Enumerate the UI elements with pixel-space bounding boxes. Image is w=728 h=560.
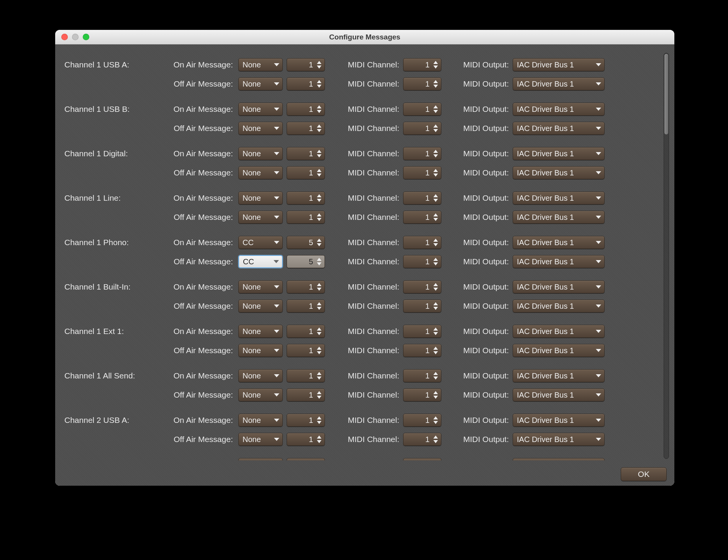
message-type-select[interactable]: None — [238, 103, 283, 116]
stepper-arrows[interactable] — [315, 167, 323, 178]
stepper-arrows[interactable] — [432, 79, 439, 89]
message-number-stepper[interactable]: 1 — [287, 147, 325, 160]
message-number-stepper[interactable]: 1 — [287, 344, 325, 357]
stepper-arrows[interactable] — [432, 104, 439, 115]
message-number-stepper[interactable]: 1 — [287, 166, 325, 179]
midi-output-select[interactable]: IAC Driver Bus 1 — [513, 192, 605, 205]
message-type-select[interactable]: None — [238, 166, 283, 179]
midi-output-select[interactable]: IAC Driver Bus 1 — [513, 103, 605, 116]
stepper-arrows[interactable] — [315, 59, 323, 70]
message-type-select[interactable]: None — [238, 77, 283, 90]
message-type-select[interactable]: None — [238, 122, 283, 135]
message-type-select[interactable]: CC — [238, 236, 283, 249]
stepper-arrows[interactable] — [432, 193, 439, 203]
midi-output-select[interactable]: IAC Driver Bus 1 — [513, 458, 605, 460]
midi-output-select[interactable]: IAC Driver Bus 1 — [513, 122, 605, 135]
stepper-arrows[interactable] — [315, 79, 323, 89]
scroll-area[interactable]: Channel 1 USB A: On Air Message: None 1 … — [62, 51, 656, 460]
message-number-stepper[interactable]: 1 — [287, 414, 325, 427]
message-type-select[interactable]: None — [238, 147, 283, 160]
stepper-arrows[interactable] — [315, 104, 323, 115]
midi-channel-stepper[interactable]: 1 — [403, 458, 441, 460]
message-type-select[interactable]: None — [238, 414, 283, 427]
message-number-stepper[interactable]: 5 — [287, 255, 325, 268]
message-type-select[interactable]: None — [238, 280, 283, 293]
midi-channel-stepper[interactable]: 1 — [403, 58, 441, 71]
stepper-arrows[interactable] — [432, 434, 439, 445]
close-icon[interactable] — [61, 34, 68, 40]
stepper-arrows[interactable] — [432, 326, 439, 337]
message-type-select[interactable]: None — [238, 369, 283, 382]
message-type-select[interactable]: None — [238, 192, 283, 205]
midi-output-select[interactable]: IAC Driver Bus 1 — [513, 236, 605, 249]
stepper-arrows[interactable] — [315, 212, 323, 223]
stepper-arrows[interactable] — [432, 59, 439, 70]
midi-channel-stepper[interactable]: 1 — [403, 147, 441, 160]
midi-output-select[interactable]: IAC Driver Bus 1 — [513, 77, 605, 90]
midi-channel-stepper[interactable]: 1 — [403, 77, 441, 90]
midi-output-select[interactable]: IAC Driver Bus 1 — [513, 280, 605, 293]
midi-channel-stepper[interactable]: 1 — [403, 166, 441, 179]
message-type-select[interactable]: None — [238, 433, 283, 446]
midi-output-select[interactable]: IAC Driver Bus 1 — [513, 388, 605, 401]
message-type-select[interactable]: None — [238, 211, 283, 224]
message-type-select[interactable]: CC — [238, 255, 283, 268]
midi-channel-stepper[interactable]: 1 — [403, 236, 441, 249]
message-type-select[interactable]: None — [238, 344, 283, 357]
midi-channel-stepper[interactable]: 1 — [403, 414, 441, 427]
stepper-arrows[interactable] — [315, 326, 323, 337]
midi-channel-stepper[interactable]: 1 — [403, 255, 441, 268]
message-number-stepper[interactable]: 1 — [287, 458, 325, 460]
message-number-stepper[interactable]: 1 — [287, 103, 325, 116]
stepper-arrows[interactable] — [315, 256, 323, 267]
stepper-arrows[interactable] — [432, 345, 439, 356]
scrollbar-thumb[interactable] — [664, 54, 668, 134]
ok-button[interactable]: OK — [621, 467, 667, 481]
message-type-select[interactable]: None — [238, 388, 283, 401]
midi-output-select[interactable]: IAC Driver Bus 1 — [513, 300, 605, 313]
message-number-stepper[interactable]: 1 — [287, 58, 325, 71]
stepper-arrows[interactable] — [432, 415, 439, 426]
midi-channel-stepper[interactable]: 1 — [403, 369, 441, 382]
midi-output-select[interactable]: IAC Driver Bus 1 — [513, 58, 605, 71]
message-type-select[interactable]: None — [238, 458, 283, 460]
message-number-stepper[interactable]: 1 — [287, 369, 325, 382]
message-number-stepper[interactable]: 1 — [287, 325, 325, 338]
message-number-stepper[interactable]: 1 — [287, 192, 325, 205]
stepper-arrows[interactable] — [315, 237, 323, 248]
stepper-arrows[interactable] — [315, 123, 323, 134]
stepper-arrows[interactable] — [315, 390, 323, 400]
message-type-select[interactable]: None — [238, 300, 283, 313]
minimize-icon[interactable] — [72, 34, 79, 40]
midi-output-select[interactable]: IAC Driver Bus 1 — [513, 369, 605, 382]
stepper-arrows[interactable] — [315, 193, 323, 203]
message-number-stepper[interactable]: 1 — [287, 433, 325, 446]
message-number-stepper[interactable]: 5 — [287, 236, 325, 249]
message-number-stepper[interactable]: 1 — [287, 280, 325, 293]
stepper-arrows[interactable] — [432, 148, 439, 159]
stepper-arrows[interactable] — [315, 301, 323, 311]
midi-channel-stepper[interactable]: 1 — [403, 300, 441, 313]
midi-output-select[interactable]: IAC Driver Bus 1 — [513, 211, 605, 224]
midi-channel-stepper[interactable]: 1 — [403, 192, 441, 205]
message-number-stepper[interactable]: 1 — [287, 77, 325, 90]
stepper-arrows[interactable] — [315, 148, 323, 159]
zoom-icon[interactable] — [83, 34, 89, 40]
midi-channel-stepper[interactable]: 1 — [403, 388, 441, 401]
stepper-arrows[interactable] — [315, 434, 323, 445]
midi-channel-stepper[interactable]: 1 — [403, 433, 441, 446]
stepper-arrows[interactable] — [432, 282, 439, 292]
stepper-arrows[interactable] — [432, 237, 439, 248]
midi-output-select[interactable]: IAC Driver Bus 1 — [513, 147, 605, 160]
stepper-arrows[interactable] — [315, 370, 323, 381]
stepper-arrows[interactable] — [315, 415, 323, 426]
message-number-stepper[interactable]: 1 — [287, 122, 325, 135]
stepper-arrows[interactable] — [432, 212, 439, 223]
midi-channel-stepper[interactable]: 1 — [403, 122, 441, 135]
midi-channel-stepper[interactable]: 1 — [403, 280, 441, 293]
stepper-arrows[interactable] — [432, 256, 439, 267]
midi-output-select[interactable]: IAC Driver Bus 1 — [513, 414, 605, 427]
midi-channel-stepper[interactable]: 1 — [403, 344, 441, 357]
scrollbar-vertical[interactable] — [664, 53, 669, 459]
stepper-arrows[interactable] — [432, 390, 439, 400]
